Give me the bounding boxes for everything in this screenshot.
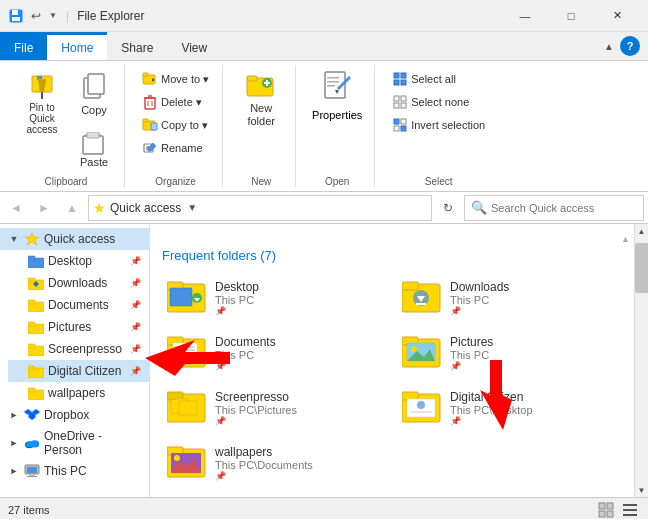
desktop-folder-name: Desktop: [215, 280, 382, 294]
delete-btn[interactable]: Delete ▾: [137, 92, 207, 112]
new-folder-icon: [245, 70, 277, 102]
select-all-icon: [392, 71, 408, 87]
paste-label: Paste: [80, 156, 108, 169]
scroll-thumb[interactable]: [635, 243, 649, 293]
svg-rect-10: [83, 136, 103, 154]
tab-file[interactable]: File: [0, 32, 47, 60]
select-none-btn[interactable]: Select none: [387, 92, 474, 112]
screenpresso-info: Screenpresso This PC\Pictures 📌: [215, 390, 382, 426]
right-scrollbar[interactable]: ▲ ▼: [634, 224, 648, 497]
digital-citizen-folder-path: This PC\Desktop: [450, 404, 617, 416]
tab-view[interactable]: View: [167, 32, 221, 60]
properties-btn[interactable]: Properties: [308, 65, 366, 126]
svg-rect-1: [12, 10, 18, 15]
sidebar-item-thispc[interactable]: ► This PC: [0, 460, 149, 482]
downloads-info: Downloads This PC 📌: [450, 280, 617, 316]
folder-item-wallpapers[interactable]: wallpapers This PC\Documents 📌: [158, 436, 391, 489]
sidebar-quick-access[interactable]: ▼ Quick access: [0, 228, 149, 250]
sidebar-item-pictures[interactable]: Pictures 📌: [8, 316, 149, 338]
frequent-folders-label: Frequent folders (7): [162, 248, 276, 263]
sidebar-item-digital-citizen[interactable]: Digital Citizen 📌: [8, 360, 149, 382]
select-all-label: Select all: [411, 73, 456, 85]
sidebar-item-downloads[interactable]: Downloads 📌: [8, 272, 149, 294]
sidebar-item-onedrive[interactable]: ► OneDrive - Person: [0, 426, 149, 460]
sidebar-item-dropbox[interactable]: ► Dropbox: [0, 404, 149, 426]
paste-btn[interactable]: Paste: [72, 127, 116, 174]
folder-item-documents[interactable]: Documents This PC 📌: [158, 326, 391, 379]
search-input[interactable]: [491, 202, 637, 214]
tab-share[interactable]: Share: [107, 32, 167, 60]
digital-citizen-info: Digital Citizen This PC\Desktop 📌: [450, 390, 617, 426]
select-all-btn[interactable]: Select all: [387, 69, 461, 89]
copy-btn[interactable]: Copy: [72, 65, 116, 125]
invert-selection-label: Invert selection: [411, 119, 485, 131]
qat-dropdown-btn[interactable]: ▼: [48, 8, 58, 24]
back-btn[interactable]: ◄: [4, 196, 28, 220]
folder-item-pictures[interactable]: Pictures This PC 📌: [393, 326, 626, 379]
svg-rect-47: [401, 119, 406, 124]
forward-btn[interactable]: ►: [32, 196, 56, 220]
svg-rect-39: [401, 73, 406, 78]
pin-quick-access-btn[interactable]: Pin to Quickaccess: [16, 65, 68, 140]
search-box[interactable]: 🔍: [464, 195, 644, 221]
clipboard-label: Clipboard: [45, 174, 88, 187]
up-btn[interactable]: ▲: [60, 196, 84, 220]
folder-item-screenpresso[interactable]: Screenpresso This PC\Pictures 📌: [158, 381, 391, 434]
svg-rect-33: [327, 77, 339, 79]
invert-selection-btn[interactable]: Invert selection: [387, 115, 490, 135]
svg-rect-59: [28, 322, 35, 326]
svg-rect-2: [12, 17, 20, 21]
pin-icon: [26, 70, 58, 102]
maximize-btn[interactable]: □: [548, 0, 594, 32]
ribbon-collapse-btn[interactable]: ▲: [604, 41, 614, 52]
qat-undo-btn[interactable]: ↩: [28, 8, 44, 24]
svg-rect-15: [145, 98, 155, 109]
select-none-label: Select none: [411, 96, 469, 108]
quick-access-toolbar: ↩ ▼: [8, 8, 58, 24]
refresh-btn[interactable]: ↻: [436, 196, 460, 220]
documents-pin2: 📌: [215, 361, 382, 371]
dropbox-expander[interactable]: ►: [8, 410, 20, 420]
folder-item-digital-citizen[interactable]: Digital Citizen This PC\Desktop 📌: [393, 381, 626, 434]
item-count: 27 items: [8, 504, 50, 516]
quick-access-expander[interactable]: ▼: [8, 234, 20, 244]
svg-point-96: [411, 346, 417, 352]
help-btn[interactable]: ?: [620, 36, 640, 56]
tab-home[interactable]: Home: [47, 32, 107, 60]
sidebar-item-wallpapers[interactable]: wallpapers: [8, 382, 149, 404]
folder-item-downloads[interactable]: Downloads This PC 📌: [393, 271, 626, 324]
sidebar-item-documents[interactable]: Documents 📌: [8, 294, 149, 316]
path-text: Quick access: [110, 201, 181, 215]
sidebar-item-desktop[interactable]: Desktop 📌: [8, 250, 149, 272]
separator: |: [66, 9, 69, 23]
minimize-btn[interactable]: —: [502, 0, 548, 32]
new-folder-btn[interactable]: Newfolder: [235, 65, 287, 133]
invert-icon: [392, 117, 408, 133]
folder-item-desktop[interactable]: Desktop This PC 📌: [158, 271, 391, 324]
qat-save-btn[interactable]: [8, 8, 24, 24]
thispc-expander[interactable]: ►: [8, 466, 20, 476]
svg-rect-75: [29, 474, 35, 476]
svg-rect-42: [394, 96, 399, 101]
onedrive-expander[interactable]: ►: [8, 438, 20, 448]
copy-to-btn[interactable]: Copy to ▾: [137, 115, 213, 135]
scroll-up-btn[interactable]: ▲: [635, 224, 649, 238]
wallpapers-folder-icon: [28, 385, 44, 401]
documents-folder-name: Documents: [215, 335, 382, 349]
pin-label: Pin to Quickaccess: [19, 102, 65, 135]
scroll-track: [635, 238, 649, 483]
svg-rect-54: [28, 278, 35, 282]
search-icon: 🔍: [471, 200, 487, 215]
rename-btn[interactable]: Rename: [137, 138, 208, 158]
dropbox-label: Dropbox: [44, 408, 141, 422]
close-btn[interactable]: ✕: [594, 0, 640, 32]
list-view-btn[interactable]: [620, 500, 640, 519]
svg-rect-38: [394, 73, 399, 78]
move-to-btn[interactable]: Move to ▾: [137, 69, 214, 89]
details-view-btn[interactable]: [596, 500, 616, 519]
scroll-down-btn[interactable]: ▼: [635, 483, 649, 497]
address-path[interactable]: ★ Quick access ▼: [88, 195, 432, 221]
svg-rect-8: [88, 74, 104, 94]
downloads-pin: 📌: [130, 278, 141, 288]
sidebar-item-screenpresso[interactable]: Screenpresso 📌: [8, 338, 149, 360]
